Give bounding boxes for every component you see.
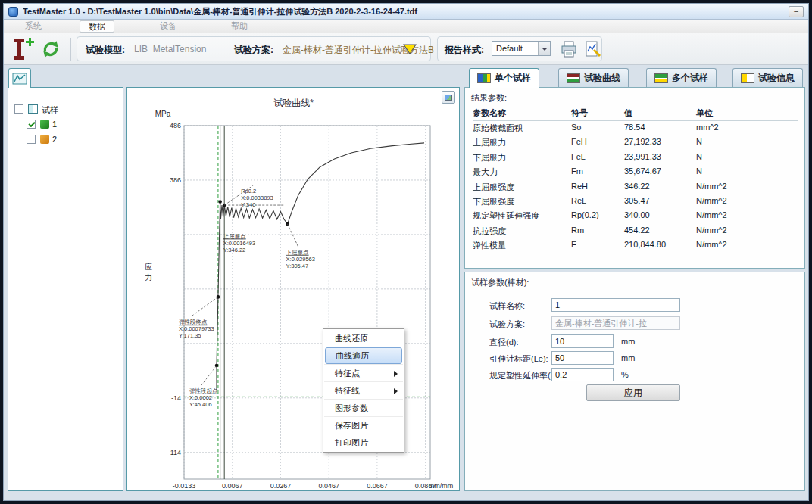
table-cell: 原始横截面积 <box>473 123 523 134</box>
submenu-arrow-icon <box>394 388 398 394</box>
table-row: 上屈服强度ReH346.22N/mm^2 <box>473 182 798 196</box>
table-cell: ReL <box>571 196 586 205</box>
tab-single-specimen[interactable]: 单个试样 <box>469 68 539 88</box>
table-cell: N <box>696 137 702 146</box>
menu-item-label: 特征点 <box>335 369 360 378</box>
specimen-1-checkbox[interactable] <box>27 120 36 129</box>
gauge-length-input[interactable] <box>551 351 614 365</box>
table-cell: 35,674.67 <box>624 166 661 176</box>
scheme-dropdown-button[interactable] <box>401 37 419 61</box>
table-cell: 305.47 <box>624 196 650 205</box>
report-style-select[interactable]: Default <box>492 41 551 56</box>
table-cell: 最大力 <box>473 166 498 178</box>
menu-item-label: 特征线 <box>335 386 360 395</box>
menu-item-curve-restore[interactable]: 曲线还原 <box>324 330 403 347</box>
table-cell: N/mm^2 <box>696 182 727 191</box>
app-icon <box>8 7 18 17</box>
svg-text:MPa: MPa <box>155 110 171 118</box>
menu-item-save-image[interactable]: 保存图片 <box>324 416 403 434</box>
table-cell: N <box>696 166 702 176</box>
svg-text:弹性段起点: 弹性段起点 <box>189 387 218 394</box>
menu-item-system[interactable]: 系统 <box>16 20 51 33</box>
tab-test-curve[interactable]: 试验曲线 <box>558 68 629 88</box>
svg-text:弹性段终点: 弹性段终点 <box>179 319 208 325</box>
svg-text:上屈服点: 上屈服点 <box>223 233 247 240</box>
minimize-button[interactable]: – <box>789 6 804 17</box>
svg-text:X:0.029563: X:0.029563 <box>286 256 315 263</box>
svg-text:Y:171.35: Y:171.35 <box>179 332 201 339</box>
menu-item-feature-lines[interactable]: 特征线 <box>324 381 403 399</box>
screenshot-frame: TestMaster 1.0 - D:\TestMaster 1.0\bin\D… <box>0 0 812 504</box>
svg-text:0.0667: 0.0667 <box>367 482 388 490</box>
svg-text:Y:305.47: Y:305.47 <box>286 263 309 269</box>
column-header: 值 <box>624 107 632 119</box>
tab-test-info[interactable]: 试验信息 <box>732 68 803 88</box>
model-label: 试验模型: <box>86 44 125 57</box>
scheme-label: 试验方案: <box>234 44 273 57</box>
specimen-params-panel: 试样参数(棒材): 试样名称: 试验方案: 直径(d): mm 引伸计标距(Le… <box>464 272 805 491</box>
table-cell: 抗拉强度 <box>473 226 506 237</box>
results-panel: 结果参数: 参数名称 符号 值 单位 原始横截面积So78.54mm^2上屈服力… <box>464 87 805 269</box>
specimen-1-icon <box>40 120 49 129</box>
print-button[interactable] <box>557 37 581 61</box>
gauge-length-label: 引伸计标距(Le): <box>489 353 548 365</box>
plastic-extension-unit: % <box>621 370 629 379</box>
report-design-button[interactable] <box>581 37 605 61</box>
table-cell: 454.22 <box>624 226 650 235</box>
menu-item-graph-parameters[interactable]: 图形参数 <box>324 399 403 416</box>
menu-item-device[interactable]: 设备 <box>151 20 186 33</box>
table-cell: 23,991.33 <box>624 152 661 161</box>
image-icon <box>445 95 452 101</box>
table-row: 上屈服力FeH27,192.33N <box>473 137 798 151</box>
table-cell: 346.22 <box>624 182 650 191</box>
column-header: 符号 <box>571 107 588 119</box>
combo-arrow-icon[interactable] <box>538 42 550 55</box>
stress-strain-chart[interactable]: -0.01330.00670.02670.04670.06670.0867486… <box>127 88 459 490</box>
specimen-name-input[interactable] <box>551 298 680 312</box>
plastic-extension-input[interactable] <box>551 368 614 381</box>
results-table-body: 原始横截面积So78.54mm^2上屈服力FeH27,192.33N下屈服力Fe… <box>473 123 798 255</box>
table-cell: Rp(0.2) <box>571 210 599 219</box>
svg-text:-0.0133: -0.0133 <box>173 482 196 490</box>
refresh-button[interactable] <box>39 37 63 61</box>
root-checkbox[interactable] <box>14 104 23 114</box>
menu-item-curve-traverse[interactable]: 曲线遍历 <box>325 347 402 364</box>
table-cell: E <box>571 240 576 249</box>
svg-text:X:0.0002: X:0.0002 <box>189 394 212 401</box>
table-cell: 下屈服力 <box>473 152 506 163</box>
table-cell: FeH <box>571 137 587 146</box>
svg-text:X:0.0033893: X:0.0033893 <box>241 194 273 201</box>
tree-item-specimen-1[interactable]: 1 <box>52 120 57 129</box>
refresh-icon <box>41 39 61 59</box>
table-cell: So <box>571 123 581 132</box>
apply-button[interactable]: 应用 <box>586 384 680 401</box>
menu-item-data[interactable]: 数据 <box>80 20 114 33</box>
dropdown-triangle-icon <box>403 44 417 54</box>
menu-item-print-image[interactable]: 打印图片 <box>324 434 403 451</box>
table-cell: 78.54 <box>624 123 645 132</box>
tab-label: 试验曲线 <box>584 72 620 85</box>
svg-text:Y:346.22: Y:346.22 <box>223 247 246 254</box>
add-specimen-button[interactable] <box>10 37 34 61</box>
model-value: LIB_MetalTension <box>134 44 206 54</box>
svg-text:486: 486 <box>170 122 181 129</box>
column-header: 参数名称 <box>473 107 506 119</box>
tree-item-specimen-2[interactable]: 2 <box>52 135 57 144</box>
menu-item-feature-points[interactable]: 特征点 <box>324 364 403 381</box>
specimen-2-checkbox[interactable] <box>27 135 36 144</box>
menu-bar: 系统 数据 设备 帮助 <box>4 20 808 33</box>
report-design-icon <box>584 41 602 58</box>
tab-label: 单个试样 <box>495 72 531 85</box>
tree-root-label[interactable]: 试样 <box>42 104 58 116</box>
curve-view-tab[interactable] <box>8 68 31 88</box>
splitter-right[interactable] <box>460 87 463 491</box>
menu-item-help[interactable]: 帮助 <box>222 20 257 33</box>
table-cell: Rm <box>571 226 584 235</box>
chart-export-button[interactable] <box>442 91 455 104</box>
svg-text:0.0267: 0.0267 <box>270 482 292 490</box>
report-style-value: Default <box>496 44 523 53</box>
table-row: 抗拉强度Rm454.22N/mm^2 <box>473 226 798 240</box>
diameter-input[interactable] <box>551 334 614 348</box>
tab-multiple-specimens[interactable]: 多个试样 <box>646 68 717 88</box>
table-cell: mm^2 <box>696 123 719 132</box>
